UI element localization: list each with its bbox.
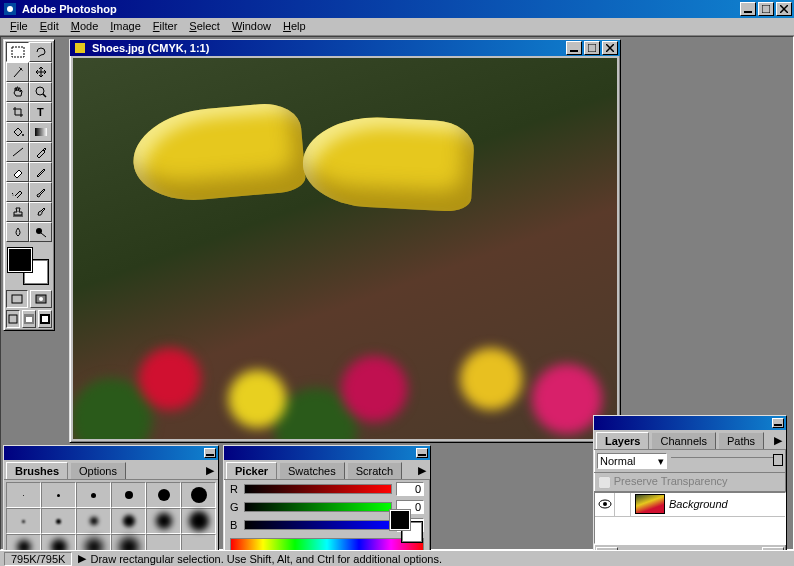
- tab-scratch[interactable]: Scratch: [347, 462, 402, 479]
- tool-crop[interactable]: [6, 102, 29, 122]
- tool-wand[interactable]: [6, 62, 29, 82]
- menu-mode[interactable]: Mode: [65, 18, 105, 35]
- doc-minimize-button[interactable]: [566, 41, 582, 55]
- tool-eraser[interactable]: [6, 162, 29, 182]
- app-titlebar: Adobe Photoshop: [0, 0, 794, 18]
- tool-gradient[interactable]: [29, 122, 52, 142]
- tool-hand[interactable]: [6, 82, 29, 102]
- preserve-transparency-row: Preserve Transparency: [594, 473, 786, 492]
- brush-cell[interactable]: [41, 482, 76, 508]
- layers-collapse-button[interactable]: [772, 418, 784, 428]
- brushes-collapse-button[interactable]: [204, 448, 216, 458]
- tool-dodge[interactable]: [29, 222, 52, 242]
- screen-full-button[interactable]: [38, 310, 52, 328]
- tool-zoom[interactable]: [29, 82, 52, 102]
- picker-flyout-icon[interactable]: ▶: [416, 462, 428, 479]
- menu-filter[interactable]: Filter: [147, 18, 183, 35]
- slider-b[interactable]: [244, 520, 392, 530]
- close-button[interactable]: [776, 2, 792, 16]
- brush-cell[interactable]: [76, 482, 111, 508]
- brush-cell[interactable]: [111, 508, 146, 534]
- picker-palette: Picker Swatches Scratch ▶ R 0 G 0 B 0: [223, 445, 431, 565]
- tool-paintbucket[interactable]: [6, 122, 29, 142]
- tool-pencil[interactable]: [29, 162, 52, 182]
- layers-flyout-icon[interactable]: ▶: [772, 432, 784, 449]
- screen-standard-button[interactable]: [6, 310, 20, 328]
- tool-eyedropper[interactable]: [29, 142, 52, 162]
- svg-rect-3: [762, 5, 770, 13]
- brush-cell[interactable]: [181, 482, 216, 508]
- tool-smudge[interactable]: [29, 202, 52, 222]
- brushes-flyout-icon[interactable]: ▶: [204, 462, 216, 479]
- doc-close-button[interactable]: [602, 41, 618, 55]
- tab-options[interactable]: Options: [70, 462, 126, 479]
- menu-file[interactable]: File: [4, 18, 34, 35]
- blend-mode-select[interactable]: Normal▾: [597, 453, 667, 469]
- menu-window[interactable]: Window: [226, 18, 277, 35]
- brush-cell[interactable]: [6, 482, 41, 508]
- app-icon: [2, 1, 18, 17]
- brush-cell[interactable]: [146, 508, 181, 534]
- picker-swatches: [390, 510, 422, 542]
- channel-b-label: B: [230, 519, 240, 531]
- layer-row[interactable]: Background: [595, 493, 785, 517]
- svg-rect-2: [744, 11, 752, 13]
- svg-point-36: [603, 502, 607, 506]
- tool-airbrush[interactable]: [6, 182, 29, 202]
- brush-cell[interactable]: [6, 508, 41, 534]
- tab-brushes[interactable]: Brushes: [6, 462, 68, 479]
- svg-rect-27: [75, 43, 85, 53]
- brushes-palette: Brushes Options ▶ 35 45 65 100: [3, 445, 219, 565]
- tool-brush[interactable]: [29, 182, 52, 202]
- tab-picker[interactable]: Picker: [226, 462, 277, 479]
- status-hint: Draw rectangular selection. Use Shift, A…: [90, 553, 442, 565]
- visibility-toggle[interactable]: [595, 493, 615, 516]
- tab-swatches[interactable]: Swatches: [279, 462, 345, 479]
- maximize-button[interactable]: [758, 2, 774, 16]
- svg-line-7: [14, 69, 21, 77]
- value-r[interactable]: 0: [396, 482, 424, 496]
- quickmask-mode-button[interactable]: [30, 290, 52, 308]
- menu-image[interactable]: Image: [104, 18, 147, 35]
- picker-fg-swatch[interactable]: [390, 510, 410, 530]
- svg-point-10: [36, 87, 44, 95]
- toolbox: T: [3, 39, 55, 331]
- brush-cell[interactable]: [111, 482, 146, 508]
- brush-cell[interactable]: [41, 508, 76, 534]
- tool-line[interactable]: [6, 142, 29, 162]
- picker-collapse-button[interactable]: [416, 448, 428, 458]
- slider-g[interactable]: [244, 502, 392, 512]
- svg-rect-14: [35, 128, 47, 136]
- svg-line-11: [43, 94, 46, 97]
- standard-mode-button[interactable]: [6, 290, 28, 308]
- menu-edit[interactable]: Edit: [34, 18, 65, 35]
- svg-point-1: [7, 6, 13, 12]
- tool-stamp[interactable]: [6, 202, 29, 222]
- status-arrow-icon[interactable]: ▶: [78, 552, 86, 565]
- brush-cell[interactable]: [146, 482, 181, 508]
- tab-layers[interactable]: Layers: [596, 432, 649, 449]
- tool-lasso[interactable]: [29, 42, 52, 62]
- svg-rect-26: [42, 316, 48, 322]
- doc-maximize-button[interactable]: [584, 41, 600, 55]
- app-title: Adobe Photoshop: [22, 3, 740, 15]
- tool-marquee[interactable]: [6, 42, 29, 62]
- tab-channels[interactable]: Channels: [651, 432, 715, 449]
- brush-cell[interactable]: [181, 508, 216, 534]
- opacity-slider[interactable]: [671, 457, 783, 465]
- svg-rect-19: [12, 295, 22, 303]
- foreground-color-swatch[interactable]: [8, 248, 32, 272]
- slider-r[interactable]: [244, 484, 392, 494]
- tool-blur[interactable]: [6, 222, 29, 242]
- tool-type[interactable]: T: [29, 102, 52, 122]
- tab-paths[interactable]: Paths: [718, 432, 764, 449]
- minimize-button[interactable]: [740, 2, 756, 16]
- menu-help[interactable]: Help: [277, 18, 312, 35]
- screen-fullmenu-button[interactable]: [22, 310, 36, 328]
- brush-cell[interactable]: [76, 508, 111, 534]
- tool-move[interactable]: [29, 62, 52, 82]
- document-canvas[interactable]: [73, 58, 617, 439]
- workspace: T Sh: [0, 36, 794, 550]
- menu-select[interactable]: Select: [183, 18, 226, 35]
- svg-rect-32: [206, 454, 214, 456]
